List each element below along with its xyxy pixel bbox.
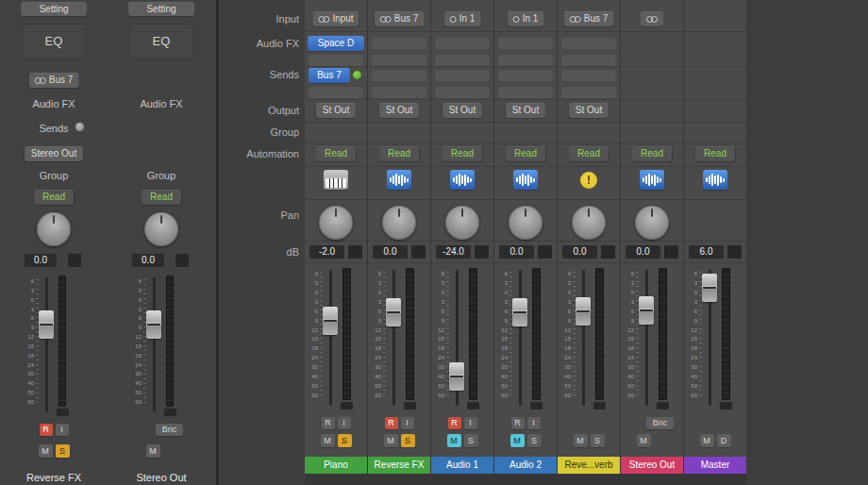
fader-track[interactable] <box>146 276 161 414</box>
record-enable-button[interactable]: R <box>385 417 398 429</box>
solo-button[interactable]: S <box>401 434 415 447</box>
output-slot[interactable]: St Out <box>506 103 545 118</box>
solo-button[interactable]: S <box>56 444 70 458</box>
mute-button[interactable]: M <box>700 434 714 447</box>
pan-knob[interactable] <box>382 206 416 240</box>
waveform-icon[interactable] <box>387 170 411 190</box>
input-monitor-button[interactable]: I <box>56 424 69 436</box>
empty-audio-fx-slot[interactable] <box>309 54 363 66</box>
empty-audio-fx-slot[interactable] <box>561 54 616 66</box>
input-slot[interactable]: In 1 <box>444 11 481 26</box>
pan-knob[interactable] <box>572 206 606 240</box>
send-level-knob[interactable] <box>75 122 85 132</box>
automation-mode-button[interactable]: Read <box>34 190 74 205</box>
mute-button[interactable]: M <box>321 434 335 447</box>
automation-mode-button[interactable]: Read <box>632 146 672 161</box>
empty-send-slot[interactable] <box>435 69 490 81</box>
fader-handle[interactable] <box>449 362 464 391</box>
fader-track[interactable] <box>512 268 527 408</box>
automation-mode-button[interactable]: Read <box>695 146 735 161</box>
solo-button[interactable]: S <box>527 434 542 447</box>
channel-setting-button[interactable]: Setting <box>21 2 87 16</box>
mute-button[interactable]: M <box>146 444 160 458</box>
fader-handle[interactable] <box>146 310 161 339</box>
empty-audio-fx-slot[interactable] <box>372 54 426 66</box>
automation-mode-button[interactable]: Read <box>569 146 609 161</box>
automation-mode-button[interactable]: Read <box>506 146 545 161</box>
volume-display[interactable]: -24.0 <box>436 245 471 259</box>
empty-audio-fx-slot[interactable] <box>561 37 616 49</box>
output-slot[interactable]: St Out <box>379 103 419 118</box>
audio-fx-slot[interactable]: Space D <box>308 36 364 51</box>
automation-mode-button[interactable]: Read <box>379 146 419 161</box>
fader-track[interactable] <box>39 276 54 414</box>
output-slot[interactable]: St Out <box>442 103 482 118</box>
fader-handle[interactable] <box>386 298 401 326</box>
fader-track[interactable] <box>386 268 401 408</box>
track-name-tab[interactable]: Stereo Out <box>621 457 683 474</box>
fader-track[interactable] <box>576 268 591 408</box>
bounce-button[interactable]: Bnc <box>156 424 183 436</box>
input-monitor-button[interactable]: I <box>401 417 414 429</box>
fader-track[interactable] <box>702 268 717 408</box>
empty-audio-fx-slot[interactable] <box>435 54 490 66</box>
waveform-icon[interactable] <box>450 170 475 190</box>
eq-display[interactable]: EQ <box>22 24 86 59</box>
track-name-tab[interactable]: Reve...verb <box>558 457 620 474</box>
track-name-tab[interactable]: Master <box>684 457 746 474</box>
pan-knob[interactable] <box>635 206 669 240</box>
fader-track[interactable] <box>639 268 654 408</box>
empty-audio-fx-slot[interactable] <box>498 54 553 66</box>
empty-send-slot[interactable] <box>561 86 616 98</box>
mute-button[interactable]: M <box>574 434 588 447</box>
warning-icon[interactable]: ! <box>576 170 601 190</box>
empty-audio-fx-slot[interactable] <box>372 37 426 49</box>
output-slot[interactable]: Stereo Out <box>25 146 83 161</box>
automation-mode-button[interactable]: Read <box>442 146 482 161</box>
output-slot[interactable]: St Out <box>316 103 356 118</box>
fader-handle[interactable] <box>39 310 54 339</box>
solo-button[interactable]: S <box>464 434 478 447</box>
input-slot[interactable]: Bus 7 <box>375 11 425 26</box>
volume-display[interactable]: 6.0 <box>689 245 724 259</box>
automation-mode-button[interactable]: Read <box>142 190 181 205</box>
volume-display[interactable]: -2.0 <box>309 245 344 259</box>
mute-button[interactable]: M <box>447 434 461 447</box>
empty-audio-fx-slot[interactable] <box>435 37 490 49</box>
solo-button[interactable]: S <box>338 434 352 447</box>
volume-display[interactable]: 0.0 <box>25 254 57 267</box>
mute-button[interactable]: M <box>384 434 398 447</box>
fader-handle[interactable] <box>576 297 591 326</box>
mute-button[interactable]: M <box>637 434 651 447</box>
waveform-icon[interactable] <box>640 170 664 190</box>
send-slot[interactable]: Bus 7 <box>309 68 350 83</box>
output-slot[interactable]: St Out <box>569 103 609 118</box>
input-slot[interactable] <box>641 11 663 26</box>
bounce-button[interactable]: Bnc <box>646 417 674 429</box>
empty-send-slot[interactable] <box>561 69 616 81</box>
track-name-tab[interactable]: Reverse FX <box>368 457 430 474</box>
record-enable-button[interactable]: R <box>40 424 53 436</box>
input-slot[interactable]: Bus 7 <box>564 11 614 26</box>
volume-display[interactable]: 0.0 <box>626 245 660 259</box>
track-name-tab[interactable]: Audio 2 <box>494 457 557 474</box>
input-slot[interactable]: In 1 <box>508 11 544 26</box>
dim-button[interactable]: D <box>717 434 731 447</box>
input-monitor-button[interactable]: I <box>464 417 477 429</box>
mute-button[interactable]: M <box>39 444 53 458</box>
automation-mode-button[interactable]: Read <box>316 146 356 161</box>
pan-knob[interactable] <box>37 212 71 246</box>
piano-icon[interactable] <box>324 170 348 190</box>
eq-display[interactable]: EQ <box>129 24 193 59</box>
channel-setting-button[interactable]: Setting <box>128 2 194 16</box>
fader-handle[interactable] <box>639 296 654 325</box>
volume-display[interactable]: 0.0 <box>499 245 534 259</box>
fader-handle[interactable] <box>512 298 527 326</box>
empty-send-slot[interactable] <box>498 69 553 81</box>
input-slot[interactable]: Input <box>312 11 359 26</box>
input-monitor-button[interactable]: I <box>338 417 351 429</box>
pan-knob[interactable] <box>144 212 178 246</box>
track-name-tab[interactable]: Piano <box>305 457 367 474</box>
fader-track[interactable] <box>449 268 464 408</box>
empty-send-slot[interactable] <box>372 86 426 98</box>
